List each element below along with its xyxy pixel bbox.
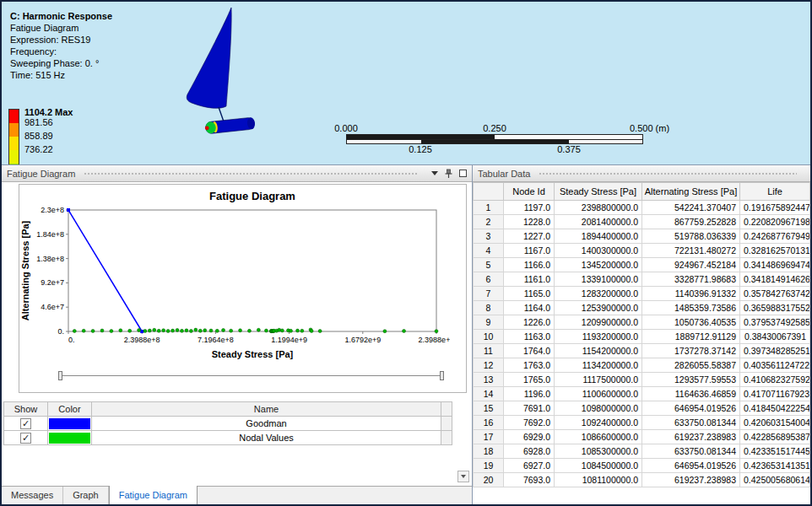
- table-row[interactable]: 51166.01345200000.0924967.4521840.341486…: [474, 258, 810, 272]
- row-index-cell[interactable]: 6: [474, 272, 504, 287]
- data-cell[interactable]: 1228.0: [504, 215, 555, 229]
- data-cell[interactable]: 1050736.40535: [642, 315, 740, 330]
- row-index-cell[interactable]: 18: [474, 444, 504, 459]
- row-index-cell[interactable]: 19: [474, 459, 504, 473]
- data-cell[interactable]: 7693.0: [504, 473, 555, 487]
- tab-graph[interactable]: Graph: [63, 487, 109, 504]
- data-cell[interactable]: 1764.0: [504, 344, 555, 358]
- data-cell[interactable]: 519788.036339: [642, 229, 740, 244]
- fatigue-chart[interactable]: Fatigue Diagram2.3e+81.84e+81.38e+89.2e+…: [19, 186, 450, 367]
- row-index-cell[interactable]: 10: [474, 330, 504, 344]
- data-cell[interactable]: 1081100000.0: [555, 473, 642, 487]
- data-cell[interactable]: 0.417071167923: [740, 387, 810, 401]
- data-cell[interactable]: 1485359.73586: [642, 301, 740, 315]
- data-cell[interactable]: 1140396.91332: [642, 287, 740, 301]
- data-cell[interactable]: 1197.0: [504, 201, 555, 215]
- data-cell[interactable]: 1085300000.0: [555, 444, 642, 459]
- show-checkbox[interactable]: ✓: [20, 433, 31, 444]
- data-cell[interactable]: 0.423351517445: [740, 444, 810, 459]
- data-cell[interactable]: 2398800000.0: [555, 201, 642, 215]
- data-cell[interactable]: 1253900000.0: [555, 301, 642, 315]
- row-index-cell[interactable]: 15: [474, 401, 504, 416]
- row-index-cell[interactable]: 13: [474, 373, 504, 387]
- table-row[interactable]: 91226.01209900000.01050736.405350.379537…: [474, 315, 810, 330]
- data-cell[interactable]: 1134200000.0: [555, 358, 642, 373]
- data-cell[interactable]: 0.341486969474: [740, 258, 810, 272]
- data-cell[interactable]: 1084500000.0: [555, 459, 642, 473]
- table-row[interactable]: 131765.01117500000.01293577.595530.41068…: [474, 373, 810, 387]
- data-cell[interactable]: 1894400000.0: [555, 229, 642, 244]
- row-index-cell[interactable]: 2: [474, 215, 504, 229]
- table-row[interactable]: 11197.02398800000.0542241.3704070.191675…: [474, 201, 810, 215]
- data-cell[interactable]: 0.341814914626: [740, 272, 810, 287]
- data-cell[interactable]: 722131.480272: [642, 244, 740, 258]
- data-cell[interactable]: 0.38430067391: [740, 330, 810, 344]
- data-cell[interactable]: 1889712.91129: [642, 330, 740, 344]
- row-index-cell[interactable]: 11: [474, 344, 504, 358]
- scroll-down-button[interactable]: [457, 471, 469, 482]
- data-cell[interactable]: 1166.0: [504, 258, 555, 272]
- data-cell[interactable]: 1154200000.0: [555, 344, 642, 358]
- data-cell[interactable]: 7691.0: [504, 401, 555, 416]
- data-cell[interactable]: 1117500000.0: [555, 373, 642, 387]
- viewport-3d[interactable]: C: Harmonic Response Fatigue Diagram Exp…: [2, 2, 810, 165]
- table-row[interactable]: 196927.01084500000.0646954.0195260.42365…: [474, 459, 810, 473]
- data-cell[interactable]: 1164636.46859: [642, 387, 740, 401]
- data-cell[interactable]: 924967.452184: [642, 258, 740, 272]
- table-row[interactable]: 71165.01283200000.01140396.913320.357842…: [474, 287, 810, 301]
- row-index-cell[interactable]: 7: [474, 287, 504, 301]
- plot-area[interactable]: [68, 210, 436, 331]
- data-cell[interactable]: 1163.0: [504, 330, 555, 344]
- data-cell[interactable]: 1763.0: [504, 358, 555, 373]
- row-index-cell[interactable]: 16: [474, 416, 504, 430]
- data-cell[interactable]: 0.328162570131: [740, 244, 810, 258]
- float-icon[interactable]: [459, 170, 467, 177]
- tabular-data-scroll-area[interactable]: Node Id Steady Stress [Pa] Alternating S…: [473, 182, 810, 504]
- data-cell[interactable]: 1765.0: [504, 373, 555, 387]
- data-cell[interactable]: 0.422856895387: [740, 430, 810, 444]
- row-index-cell[interactable]: 9: [474, 315, 504, 330]
- data-cell[interactable]: 619237.238983: [642, 473, 740, 487]
- data-cell[interactable]: 0.420603154004: [740, 416, 810, 430]
- data-cell[interactable]: 1737278.37142: [642, 344, 740, 358]
- data-cell[interactable]: 1400300000.0: [555, 244, 642, 258]
- data-cell[interactable]: 0.403561124722: [740, 358, 810, 373]
- data-cell[interactable]: 646954.019526: [642, 401, 740, 416]
- data-cell[interactable]: 0.410682327592: [740, 373, 810, 387]
- data-cell[interactable]: 633750.081344: [642, 416, 740, 430]
- data-cell[interactable]: 1164.0: [504, 301, 555, 315]
- data-cell[interactable]: 0.425005680614: [740, 473, 810, 487]
- fatigue-panel-titlebar[interactable]: Fatigue Diagram: [2, 165, 472, 182]
- model-geometry[interactable]: [158, 3, 318, 148]
- data-cell[interactable]: 0.418450422254: [740, 401, 810, 416]
- table-row[interactable]: 207693.01081100000.0619237.2389830.42500…: [474, 473, 810, 487]
- dropdown-icon[interactable]: [431, 171, 438, 175]
- row-index-cell[interactable]: 17: [474, 430, 504, 444]
- data-cell[interactable]: 1193200000.0: [555, 330, 642, 344]
- data-cell[interactable]: 0.242687767949: [740, 229, 810, 244]
- tabular-panel-titlebar[interactable]: Tabular Data: [473, 165, 810, 182]
- show-checkbox[interactable]: ✓: [20, 418, 31, 429]
- data-cell[interactable]: 1092400000.0: [555, 416, 642, 430]
- row-index-cell[interactable]: 14: [474, 387, 504, 401]
- data-cell[interactable]: 0.423653141351: [740, 459, 810, 473]
- table-row[interactable]: 21228.02081400000.0867759.2528280.220820…: [474, 215, 810, 229]
- data-cell[interactable]: 0.365988317552: [740, 301, 810, 315]
- table-row[interactable]: 31227.01894400000.0519788.0363390.242687…: [474, 229, 810, 244]
- row-index-cell[interactable]: 5: [474, 258, 504, 272]
- table-row[interactable]: 167692.01092400000.0633750.0813440.42060…: [474, 416, 810, 430]
- data-cell[interactable]: 7692.0: [504, 416, 555, 430]
- table-row[interactable]: 157691.01098000000.0646954.0195260.41845…: [474, 401, 810, 416]
- data-cell[interactable]: 867759.252828: [642, 215, 740, 229]
- data-cell[interactable]: 0.191675892447: [740, 201, 810, 215]
- table-row[interactable]: 186928.01085300000.0633750.0813440.42335…: [474, 444, 810, 459]
- data-cell[interactable]: 3328771.98683: [642, 272, 740, 287]
- color-swatch[interactable]: [49, 418, 90, 429]
- data-cell[interactable]: 6929.0: [504, 430, 555, 444]
- table-row[interactable]: 101163.01193200000.01889712.911290.38430…: [474, 330, 810, 344]
- row-index-cell[interactable]: 12: [474, 358, 504, 373]
- data-cell[interactable]: 0.357842763742: [740, 287, 810, 301]
- chart-range-slider[interactable]: [58, 369, 444, 384]
- data-cell[interactable]: 1227.0: [504, 229, 555, 244]
- data-cell[interactable]: 2826055.58387: [642, 358, 740, 373]
